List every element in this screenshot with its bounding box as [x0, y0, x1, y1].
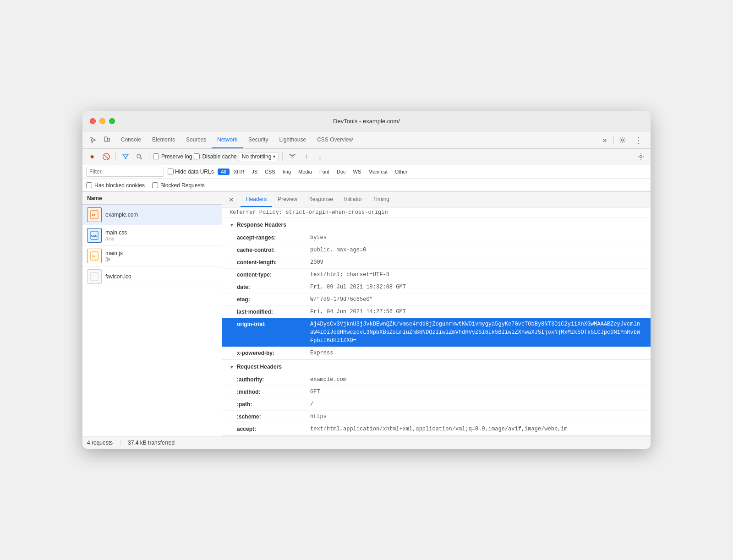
filter-button[interactable]: [120, 151, 131, 163]
response-headers-section: Response Headers accept-ranges: bytes ca…: [222, 218, 651, 360]
blocked-requests-input[interactable]: [152, 182, 158, 188]
svg-rect-12: [91, 272, 98, 281]
divider-2: [149, 152, 149, 161]
header-row-authority: :authority: example.com: [222, 374, 651, 386]
tab-security[interactable]: Security: [243, 131, 274, 148]
device-toolbar-button[interactable]: [100, 133, 114, 147]
headers-content: Referrer Policy: strict-origin-when-cros…: [222, 207, 651, 436]
file-list: <> example.com CSS: [82, 205, 222, 436]
title-bar: DevTools - example.com/: [82, 111, 651, 131]
request-headers-section: Request Headers :authority: example.com …: [222, 360, 651, 436]
header-row-cache-control: cache-control: public, max-age=0: [222, 244, 651, 256]
tab-elements[interactable]: Elements: [147, 131, 181, 148]
divider: [613, 136, 614, 144]
tab-initiator[interactable]: Initiator: [339, 192, 367, 207]
tab-sources[interactable]: Sources: [181, 131, 212, 148]
header-row-etag: etag: W/"7d9-179d76c65e0": [222, 294, 651, 306]
svg-rect-1: [108, 138, 109, 141]
upload-button[interactable]: ↑: [300, 151, 312, 163]
record-button[interactable]: ●: [86, 151, 98, 163]
tab-console[interactable]: Console: [115, 131, 147, 148]
filter-chip-other[interactable]: Other: [392, 169, 411, 175]
header-row-origin-trial[interactable]: origin-trial: Aj4DysCv3VjknU3jJvkDEwnQZK…: [222, 318, 651, 347]
disable-cache-input[interactable]: [194, 153, 200, 159]
stop-button[interactable]: 🚫: [100, 151, 112, 163]
settings-icon: [637, 153, 645, 160]
file-icon-ico: [87, 269, 102, 284]
tab-spacer: [358, 131, 594, 148]
tab-lighthouse[interactable]: Lighthouse: [274, 131, 312, 148]
preserve-log-checkbox[interactable]: Preserve log: [153, 153, 192, 160]
filter-chip-media[interactable]: Media: [295, 169, 315, 175]
header-row-content-type: content-type: text/html; charset=UTF-8: [222, 269, 651, 281]
file-item-main-css[interactable]: CSS main.css /css: [82, 225, 222, 246]
filter-chip-xhr[interactable]: XHR: [230, 169, 247, 175]
close-button[interactable]: [90, 118, 96, 124]
has-blocked-cookies-input[interactable]: [86, 182, 92, 188]
svg-point-5: [640, 155, 642, 158]
filter-chip-ws[interactable]: WS: [350, 169, 365, 175]
maximize-button[interactable]: [109, 118, 115, 124]
transfer-size: 37.4 kB transferred: [128, 440, 175, 446]
gear-icon: [619, 136, 626, 144]
requests-count: 4 requests: [87, 440, 113, 446]
hide-data-urls-checkbox[interactable]: Hide data URLs: [168, 169, 214, 175]
file-list-header: Name: [82, 192, 222, 205]
filter-input[interactable]: [86, 167, 164, 177]
throttle-select[interactable]: No throttling ▾: [239, 152, 279, 161]
file-item-favicon[interactable]: favicon.ico: [82, 266, 222, 287]
network-settings-button[interactable]: [635, 151, 647, 163]
filter-bar: Hide data URLs All XHR JS CSS Img Media …: [82, 164, 651, 179]
more-tools-button[interactable]: »: [598, 133, 612, 147]
blocked-requests-checkbox[interactable]: Blocked Requests: [152, 182, 205, 189]
divider-3: [282, 152, 283, 161]
search-button[interactable]: [133, 151, 145, 163]
response-headers-title[interactable]: Response Headers: [222, 218, 651, 232]
ico-icon: [90, 272, 99, 281]
disable-cache-checkbox[interactable]: Disable cache: [194, 153, 236, 160]
tab-timing[interactable]: Timing: [367, 192, 395, 207]
tab-headers[interactable]: Headers: [241, 192, 272, 207]
tab-css-overview[interactable]: CSS Overview: [312, 131, 358, 148]
svg-text:CSS: CSS: [91, 234, 97, 237]
minimize-button[interactable]: [99, 118, 105, 124]
divider-1: [115, 152, 116, 161]
filter-chip-js[interactable]: JS: [248, 169, 261, 175]
preserve-log-input[interactable]: [153, 153, 159, 159]
file-item-example-com[interactable]: <> example.com: [82, 205, 222, 225]
customize-button[interactable]: ⋮: [631, 133, 645, 147]
header-row-x-powered-by: x-powered-by: Express: [222, 347, 651, 359]
tab-response[interactable]: Response: [303, 192, 339, 207]
filter-chips: All XHR JS CSS Img Media Font Doc WS Man…: [218, 169, 411, 175]
header-row-method: :method: GET: [222, 386, 651, 398]
close-details-button[interactable]: ✕: [226, 194, 237, 205]
chevron-down-icon: ▾: [273, 154, 275, 159]
file-icon-css: CSS: [87, 228, 102, 243]
window-title: DevTools - example.com/: [333, 118, 400, 125]
tab-network[interactable]: Network: [212, 131, 243, 148]
search-icon: [136, 153, 142, 160]
tab-preview[interactable]: Preview: [272, 192, 303, 207]
filter-chip-manifest[interactable]: Manifest: [365, 169, 391, 175]
status-bar: 4 requests 37.4 kB transferred: [82, 436, 651, 449]
request-headers-title[interactable]: Request Headers: [222, 360, 651, 374]
hide-data-urls-input[interactable]: [168, 169, 174, 174]
svg-point-2: [622, 139, 624, 141]
file-item-main-js[interactable]: JS main.js /js: [82, 246, 222, 266]
settings-button[interactable]: [616, 133, 629, 147]
filter-chip-all[interactable]: All: [218, 169, 230, 175]
has-blocked-cookies-checkbox[interactable]: Has blocked cookies: [86, 182, 145, 189]
file-info-favicon: favicon.ico: [105, 273, 131, 280]
file-icon-js: JS: [87, 249, 102, 263]
main-content: Name <> example.com: [82, 192, 651, 436]
download-button[interactable]: ↓: [314, 151, 326, 163]
filter-chip-css[interactable]: CSS: [262, 169, 279, 175]
filter-chip-doc[interactable]: Doc: [334, 169, 349, 175]
devtools-window: DevTools - example.com/ Console Elements: [82, 111, 651, 449]
header-row-path: :path: /: [222, 398, 651, 411]
inspect-element-button[interactable]: [86, 133, 100, 147]
filter-chip-font[interactable]: Font: [316, 169, 333, 175]
filter-chip-img[interactable]: Img: [279, 169, 294, 175]
header-row-accept-ranges: accept-ranges: bytes: [222, 232, 651, 244]
wifi-button[interactable]: [286, 151, 298, 163]
